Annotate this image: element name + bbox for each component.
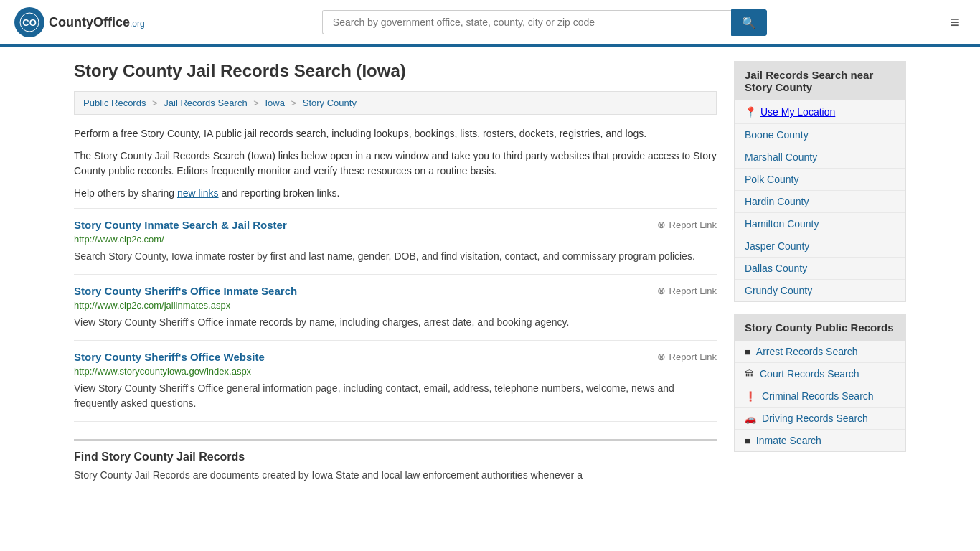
nearby-section: Jail Records Search near Story County 📍 …: [734, 61, 906, 302]
pub-record-link-0[interactable]: Arrest Records Search: [756, 346, 858, 357]
description-3: Help others by sharing new links and rep…: [74, 186, 717, 201]
pub-record-icon-4: ■: [745, 435, 750, 446]
breadcrumb-jail-records-search[interactable]: Jail Records Search: [164, 98, 247, 108]
report-icon-2: ⊗: [657, 351, 666, 362]
use-my-location-link[interactable]: Use My Location: [760, 106, 835, 118]
nearby-county-link-3[interactable]: Hardin County: [745, 196, 809, 207]
pub-record-link-4[interactable]: Inmate Search: [756, 435, 821, 446]
logo-text: CountyOffice.org: [49, 15, 145, 30]
result-title-2[interactable]: Story County Sheriff's Office Website: [74, 351, 265, 363]
description-1: Perform a free Story County, IA public j…: [74, 126, 717, 141]
description-2: The Story County Jail Records Search (Io…: [74, 149, 717, 179]
pub-record-icon-1: 🏛: [745, 369, 754, 380]
nearby-county-7[interactable]: Grundy County: [735, 280, 905, 301]
main-container: Story County Jail Records Search (Iowa) …: [60, 47, 920, 507]
pub-record-icon-3: 🚗: [745, 413, 756, 424]
result-url-0[interactable]: http://www.cip2c.com/: [74, 234, 717, 245]
nearby-county-link-7[interactable]: Grundy County: [745, 285, 812, 296]
result-desc-0: Search Story County, Iowa inmate roster …: [74, 249, 717, 264]
report-link-0[interactable]: ⊗ Report Link: [657, 219, 717, 230]
find-section-desc: Story County Jail Records are documents …: [74, 468, 717, 483]
search-button[interactable]: 🔍: [731, 9, 767, 36]
nearby-county-link-1[interactable]: Marshall County: [745, 151, 817, 163]
public-records-section: Story County Public Records ■ Arrest Rec…: [734, 314, 906, 452]
result-item: Story County Sheriff's Office Website ⊗ …: [74, 340, 717, 421]
pub-record-1[interactable]: 🏛 Court Records Search: [735, 363, 905, 385]
result-title-0[interactable]: Story County Inmate Search & Jail Roster: [74, 219, 287, 231]
breadcrumb-iowa[interactable]: Iowa: [265, 98, 284, 108]
nearby-county-1[interactable]: Marshall County: [735, 146, 905, 169]
page-title: Story County Jail Records Search (Iowa): [74, 61, 717, 81]
nearby-county-6[interactable]: Dallas County: [735, 258, 905, 280]
new-links-link[interactable]: new links: [177, 187, 219, 199]
report-link-2[interactable]: ⊗ Report Link: [657, 351, 717, 362]
find-section: Find Story County Jail Records Story Cou…: [74, 421, 717, 493]
nearby-county-0[interactable]: Boone County: [735, 124, 905, 146]
logo-icon: CO: [14, 7, 44, 37]
nearby-section-title: Jail Records Search near Story County: [735, 62, 905, 100]
breadcrumb-story-county[interactable]: Story County: [303, 98, 357, 108]
nearby-county-link-5[interactable]: Jasper County: [745, 240, 809, 252]
pub-record-link-1[interactable]: Court Records Search: [760, 368, 859, 380]
logo: CO CountyOffice.org: [14, 7, 145, 37]
search-input[interactable]: [322, 10, 731, 34]
public-records-list: ■ Arrest Records Search 🏛 Court Records …: [735, 341, 905, 451]
breadcrumb-public-records[interactable]: Public Records: [83, 98, 146, 108]
sidebar: Jail Records Search near Story County 📍 …: [734, 61, 906, 493]
results-list: Story County Inmate Search & Jail Roster…: [74, 208, 717, 421]
header: CO CountyOffice.org 🔍 ≡: [0, 0, 980, 47]
pub-record-icon-0: ■: [745, 347, 750, 357]
report-icon-0: ⊗: [657, 219, 666, 230]
pub-record-link-2[interactable]: Criminal Records Search: [762, 390, 874, 402]
pub-record-icon-2: ❗: [745, 391, 756, 402]
result-url-1[interactable]: http://www.cip2c.com/jailinmates.aspx: [74, 300, 717, 311]
nearby-county-3[interactable]: Hardin County: [735, 191, 905, 213]
report-link-1[interactable]: ⊗ Report Link: [657, 285, 717, 296]
nearby-county-5[interactable]: Jasper County: [735, 235, 905, 258]
pub-record-link-3[interactable]: Driving Records Search: [762, 413, 868, 424]
result-item: Story County Sheriff's Office Inmate Sea…: [74, 274, 717, 340]
result-url-2[interactable]: http://www.storycountyiowa.gov/index.asp…: [74, 366, 717, 377]
breadcrumb: Public Records > Jail Records Search > I…: [74, 91, 717, 115]
use-my-location-item[interactable]: 📍 Use My Location: [735, 100, 905, 124]
nearby-county-link-0[interactable]: Boone County: [745, 129, 809, 141]
find-section-title: Find Story County Jail Records: [74, 439, 717, 463]
pin-icon: 📍: [745, 106, 757, 118]
nearby-county-link-6[interactable]: Dallas County: [745, 263, 807, 274]
result-item: Story County Inmate Search & Jail Roster…: [74, 208, 717, 274]
result-desc-2: View Story County Sheriff's Office gener…: [74, 381, 717, 411]
nearby-county-link-2[interactable]: Polk County: [745, 174, 798, 185]
search-area: 🔍: [322, 9, 767, 36]
pub-record-0[interactable]: ■ Arrest Records Search: [735, 341, 905, 363]
pub-record-4[interactable]: ■ Inmate Search: [735, 430, 905, 451]
report-icon-1: ⊗: [657, 285, 666, 296]
result-title-1[interactable]: Story County Sheriff's Office Inmate Sea…: [74, 285, 297, 297]
nearby-county-link-4[interactable]: Hamilton County: [745, 218, 819, 230]
public-records-title: Story County Public Records: [735, 314, 905, 341]
svg-text:CO: CO: [22, 17, 37, 28]
result-desc-1: View Story County Sheriff's Office inmat…: [74, 315, 717, 330]
pub-record-3[interactable]: 🚗 Driving Records Search: [735, 408, 905, 430]
hamburger-menu-icon[interactable]: ≡: [944, 9, 966, 35]
pub-record-2[interactable]: ❗ Criminal Records Search: [735, 385, 905, 408]
content-area: Story County Jail Records Search (Iowa) …: [74, 61, 717, 493]
nearby-county-2[interactable]: Polk County: [735, 169, 905, 191]
nearby-counties-list: Boone CountyMarshall CountyPolk CountyHa…: [735, 124, 905, 301]
nearby-county-4[interactable]: Hamilton County: [735, 213, 905, 235]
